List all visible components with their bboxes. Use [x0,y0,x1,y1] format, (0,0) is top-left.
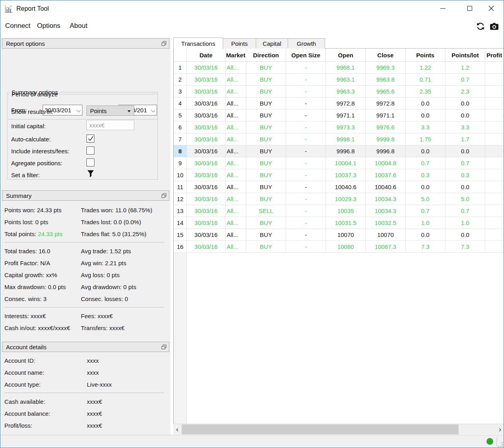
cell-open: 9998.1 [326,133,366,145]
cell-points-lot: 0.0 [445,181,485,193]
table-row[interactable]: 130/03/16All...BUY-9968.19969.31.221.2- [174,62,504,74]
table-row[interactable]: 1530/03/16All...BUY-10070100700.00.0- [174,229,504,241]
cell-points: 3.3 [406,121,445,133]
refresh-icon[interactable] [476,22,485,31]
title-bar: Report Tool [0,0,504,18]
cell-direction: SELL [246,205,286,217]
table-row[interactable]: 1430/03/16All...BUY-10031.510032.51.01.0… [174,217,504,229]
row-number: 8 [174,145,187,157]
account-details-header: Account details [2,342,169,352]
tab-growth[interactable]: Growth [288,38,325,49]
cell-points-lot: 7.3 [445,241,485,253]
cell-points-lot: 0.0 [445,229,485,241]
cell-close: 9996.8 [366,145,406,157]
cell-close: 10034.3 [366,193,406,205]
cell-profit: - [485,205,504,217]
table-row[interactable]: 1330/03/16All...SELL-1003510034.30.70.7- [174,205,504,217]
table-row[interactable]: 430/03/16All...BUY-9972.89972.80.00.0- [174,98,504,110]
report-options-header: Report options [2,38,169,49]
maximize-icon[interactable] [461,0,479,16]
summary-row: Total points: 24.33 ptsTrades flat: 5.0 … [1,228,168,240]
cell-points-lot: 1.7 [445,133,485,145]
close-icon[interactable] [482,0,500,16]
cell-market: All... [226,169,246,181]
column-header-close[interactable]: Close [366,49,406,62]
cell-date: 30/03/16 [187,121,226,133]
column-header-rownum[interactable] [174,49,187,62]
table-row[interactable]: 1030/03/16All...BUY-10037.310037.60.30.3… [174,169,504,181]
menu-item-about[interactable]: About [69,20,88,31]
table-row[interactable]: 1630/03/16All...BUY-1008010087.37.37.3- [174,241,504,253]
table-row[interactable]: 1230/03/16All...BUY-10029.310034.35.05.0… [174,193,504,205]
divider [4,393,164,393]
float-window-icon[interactable] [161,41,167,46]
column-header-date[interactable]: Date [187,49,226,62]
menu-item-connect[interactable]: Connect [4,20,31,31]
table-row[interactable]: 930/03/16All...BUY-10004.110004.80.70.7- [174,157,504,169]
column-header-points[interactable]: Points [406,49,445,62]
cell-points: 1.0 [406,217,445,229]
cell-date: 30/03/16 [187,241,226,253]
column-header-market[interactable]: Market [226,49,246,62]
tab-points[interactable]: Points [223,38,256,49]
tab-capital[interactable]: Capital [256,38,288,49]
table-row[interactable]: 630/03/16All...BUY-9973.39976.63.33.3- [174,121,504,133]
summary-row: Max drawdown: 0.0 ptsAvg drawdown: 0 pts [1,281,168,293]
checkbox[interactable] [86,158,94,166]
cell-date: 30/03/16 [187,110,226,121]
column-header-profit[interactable]: Profit [485,49,504,62]
column-header-open[interactable]: Open [326,49,366,62]
cell-open: 10004.1 [326,157,366,169]
column-header-points-lot[interactable]: Points/lot [445,49,485,62]
float-window-icon[interactable] [161,344,167,350]
table-row[interactable]: 830/03/16All...BUY-9996.89996.80.00.0- [174,145,504,157]
show-results-dropdown[interactable]: Points [86,106,134,116]
column-header-open-size[interactable]: Open Size [286,49,326,62]
checkbox-checked[interactable] [86,135,94,143]
summary-stat-right: Avg trade: 1.52 pts [81,248,131,254]
report-options-title: Report options [6,40,45,47]
cell-market: All... [226,193,246,205]
tab-transactions[interactable]: Transactions [173,37,223,49]
summary-stat-right: Trades won: 11.0 (68.75%) [81,207,152,213]
cell-market: All... [226,217,246,229]
cell-direction: BUY [246,229,286,241]
minimize-icon[interactable] [433,0,452,16]
chevron-left-icon[interactable]: ‹ [173,424,181,434]
checkbox[interactable] [86,147,94,155]
summary-options-groupbox: Summary options Show results in:PointsIn… [7,89,158,180]
chevron-right-icon[interactable]: › [496,424,504,434]
table-row[interactable]: 1130/03/16All...BUY-10040.610040.60.00.0… [174,181,504,193]
table-row[interactable]: 230/03/16All...BUY-9963.19963.80.710.7- [174,74,504,86]
funnel-icon[interactable] [87,170,95,178]
cell-points-lot: 0.0 [445,110,485,121]
camera-icon[interactable] [490,22,499,30]
option-label: Initial capital: [11,123,46,129]
cell-points: 5.0 [406,193,445,205]
cell-points: 7.3 [406,241,445,253]
summary-stat-left: Interests: xxxx€ [4,313,46,319]
column-header-direction[interactable]: Direction [246,49,286,62]
cell-close: 9963.8 [366,74,406,86]
initial-capital-input[interactable]: xxxx€ [86,120,134,130]
row-number: 7 [174,133,187,145]
horizontal-scrollbar[interactable]: ‹ › [173,424,504,434]
summary-stat-right: Avg loss: 0 pts [81,272,120,278]
scrollbar-thumb[interactable] [182,425,459,434]
option-label: Auto-calculate: [11,136,51,143]
menu-item-options[interactable]: Options [36,20,61,31]
cell-open: 9968.1 [326,62,366,74]
table-row[interactable]: 530/03/16All...BUY-9971.19971.10.00.0- [174,110,504,121]
row-number: 11 [174,181,187,193]
float-window-icon[interactable] [161,193,167,198]
account-row: Account type:Live-xxxx [1,378,168,390]
cell-open-size: - [286,241,326,253]
resize-grip[interactable] [498,442,503,447]
table-row[interactable]: 730/03/16All...BUY-9998.19999.81.751.7- [174,133,504,145]
cell-date: 30/03/16 [187,62,226,74]
table-row[interactable]: 330/03/16All...BUY-9963.39965.62.352.3- [174,86,504,98]
account-field-value: xxxx€ [87,422,102,429]
cell-open: 9973.3 [326,121,366,133]
summary-title: Summary [6,192,31,199]
option-row: Agregate positions: [8,157,157,169]
